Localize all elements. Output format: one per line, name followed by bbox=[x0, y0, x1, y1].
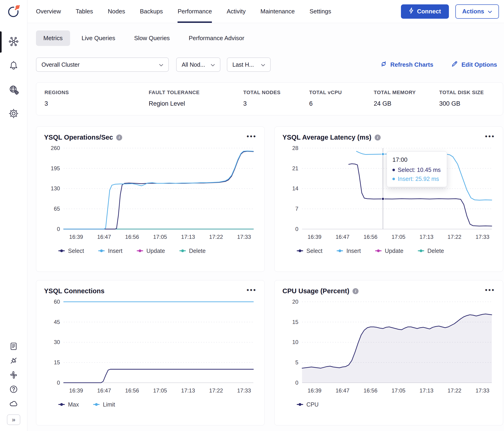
tab-overview[interactable]: Overview bbox=[36, 0, 61, 23]
sidebar-item-docs[interactable] bbox=[6, 340, 22, 354]
stat-label: TOTAL vCPU bbox=[309, 90, 374, 96]
legend-label: Max bbox=[68, 401, 79, 408]
svg-text:16:56: 16:56 bbox=[364, 234, 378, 240]
legend-item-update[interactable]: Update bbox=[137, 248, 165, 254]
stat-label: TOTAL DISK SIZE bbox=[439, 90, 503, 96]
svg-text:5: 5 bbox=[295, 359, 298, 366]
sidebar-item-network[interactable] bbox=[0, 78, 27, 102]
legend-label: Select bbox=[306, 248, 322, 254]
cpu-usage-chart[interactable]: 0510152016:3916:4716:5617:0517:1317:2217… bbox=[282, 297, 495, 397]
legend-item-max[interactable]: Max bbox=[58, 401, 79, 408]
legend-marker bbox=[179, 250, 186, 251]
cluster-select[interactable]: Overall Cluster bbox=[36, 57, 169, 72]
legend-marker bbox=[375, 250, 382, 251]
sidebar-item-integrations[interactable] bbox=[6, 354, 22, 368]
svg-text:17:33: 17:33 bbox=[475, 234, 489, 240]
svg-text:16:47: 16:47 bbox=[335, 234, 349, 240]
chart-menu-button[interactable]: ••• bbox=[485, 288, 495, 294]
tooltip-select-value: Select: 10.45 ms bbox=[392, 167, 441, 173]
svg-text:0: 0 bbox=[295, 380, 298, 386]
stat-label: TOTAL MEMORY bbox=[374, 90, 439, 96]
info-icon[interactable]: i bbox=[116, 135, 122, 140]
legend-label: Update bbox=[146, 248, 165, 254]
cloud-icon bbox=[9, 399, 18, 409]
legend-item-insert[interactable]: Insert bbox=[337, 248, 361, 254]
stat-total-nodes: TOTAL NODES 3 bbox=[243, 90, 309, 107]
tab-tables[interactable]: Tables bbox=[76, 0, 93, 23]
cluster-select-value: Overall Cluster bbox=[42, 61, 80, 68]
subtab-live-queries[interactable]: Live Queries bbox=[74, 30, 123, 46]
svg-text:17:13: 17:13 bbox=[420, 234, 433, 240]
chart-tooltip: 17:00 Select: 10.45 ms Insert: 25.92 ms bbox=[387, 151, 447, 187]
tab-label: Tables bbox=[76, 8, 93, 15]
legend-label: Update bbox=[385, 248, 404, 254]
sidebar-item-help[interactable] bbox=[6, 383, 22, 397]
tab-backups[interactable]: Backups bbox=[140, 0, 163, 23]
info-icon[interactable]: i bbox=[375, 135, 381, 140]
stat-value: 3 bbox=[45, 100, 149, 107]
subtab-metrics[interactable]: Metrics bbox=[36, 30, 70, 46]
legend-marker bbox=[137, 250, 143, 251]
tab-activity[interactable]: Activity bbox=[227, 0, 245, 23]
nodes-select[interactable]: All Nod... bbox=[176, 57, 220, 72]
yugabyte-logo[interactable] bbox=[7, 4, 21, 19]
legend-marker bbox=[297, 250, 303, 251]
stat-fault-tolerance: FAULT TOLERANCE Region Level bbox=[149, 90, 243, 107]
ysql-latency-chart[interactable]: 0714212816:3916:4716:5617:0517:1317:2217… bbox=[282, 144, 495, 243]
tab-label: Nodes bbox=[108, 8, 125, 15]
subtab-slow-queries[interactable]: Slow Queries bbox=[127, 30, 177, 46]
main-content: Overview Tables Nodes Backups Performanc… bbox=[27, 0, 504, 431]
svg-text:17:05: 17:05 bbox=[153, 387, 167, 394]
stat-label: REGIONS bbox=[45, 90, 149, 96]
legend-item-insert[interactable]: Insert bbox=[98, 248, 122, 254]
gear-icon bbox=[8, 108, 19, 120]
tab-nodes[interactable]: Nodes bbox=[108, 0, 125, 23]
sidebar-item-alerts[interactable] bbox=[0, 54, 27, 78]
sidebar-item-clusters[interactable] bbox=[0, 30, 27, 54]
tab-settings[interactable]: Settings bbox=[309, 0, 331, 23]
connect-button[interactable]: Connect bbox=[401, 4, 449, 19]
nodes-select-value: All Nod... bbox=[182, 61, 205, 68]
sidebar-item-settings[interactable] bbox=[0, 102, 27, 126]
tab-label: Overview bbox=[36, 8, 61, 15]
ysql-connections-chart[interactable]: 01530456016:3916:4716:5617:0517:1317:221… bbox=[44, 297, 257, 397]
performance-subtabs: Metrics Live Queries Slow Queries Perfor… bbox=[36, 30, 504, 46]
tab-maintenance[interactable]: Maintenance bbox=[261, 0, 295, 23]
sidebar-item-slack[interactable] bbox=[6, 368, 22, 383]
legend-item-delete[interactable]: Delete bbox=[418, 248, 444, 254]
legend-item-update[interactable]: Update bbox=[375, 248, 404, 254]
series-dot bbox=[392, 178, 395, 180]
legend-item-limit[interactable]: Limit bbox=[93, 401, 115, 408]
svg-text:60: 60 bbox=[54, 299, 60, 305]
time-range-select[interactable]: Last H... bbox=[227, 57, 271, 72]
chart-title: YSQL Connections bbox=[44, 287, 104, 295]
legend-item-delete[interactable]: Delete bbox=[179, 248, 206, 254]
sidebar-expand-button[interactable]: » bbox=[7, 414, 20, 425]
svg-text:17:05: 17:05 bbox=[391, 387, 405, 394]
chart-menu-button[interactable]: ••• bbox=[485, 135, 495, 140]
svg-text:0: 0 bbox=[295, 226, 298, 232]
series-dot bbox=[392, 169, 395, 171]
chevron-down-icon bbox=[159, 61, 163, 68]
legend-item-select[interactable]: Select bbox=[58, 248, 84, 254]
legend-item-select[interactable]: Select bbox=[297, 248, 322, 254]
subtab-performance-advisor[interactable]: Performance Advisor bbox=[181, 30, 252, 46]
refresh-charts-button[interactable]: Refresh Charts bbox=[380, 60, 433, 69]
chart-card-ysql-latency: YSQL Average Latency (ms) i ••• 07142128… bbox=[274, 127, 503, 272]
legend-item-cpu[interactable]: CPU bbox=[297, 401, 319, 408]
edit-options-button[interactable]: Edit Options bbox=[451, 60, 497, 69]
chevron-down-icon bbox=[488, 8, 492, 15]
svg-text:130: 130 bbox=[51, 185, 60, 192]
sidebar-item-cloud-status[interactable] bbox=[6, 397, 22, 411]
chart-menu-button[interactable]: ••• bbox=[246, 135, 257, 140]
stat-total-disk: TOTAL DISK SIZE 300 GB bbox=[439, 90, 503, 107]
chart-menu-button[interactable]: ••• bbox=[246, 288, 257, 294]
svg-text:0: 0 bbox=[57, 380, 60, 386]
svg-text:16:47: 16:47 bbox=[97, 387, 111, 394]
actions-button[interactable]: Actions bbox=[455, 4, 499, 19]
chart-actions: Refresh Charts Edit Options bbox=[380, 60, 497, 69]
info-icon[interactable]: i bbox=[352, 288, 359, 294]
tab-performance[interactable]: Performance bbox=[178, 0, 212, 23]
ysql-operations-chart[interactable]: 06513019526016:3916:4716:5617:0517:1317:… bbox=[44, 144, 257, 243]
chart-title: YSQL Operations/Sec bbox=[44, 134, 113, 141]
